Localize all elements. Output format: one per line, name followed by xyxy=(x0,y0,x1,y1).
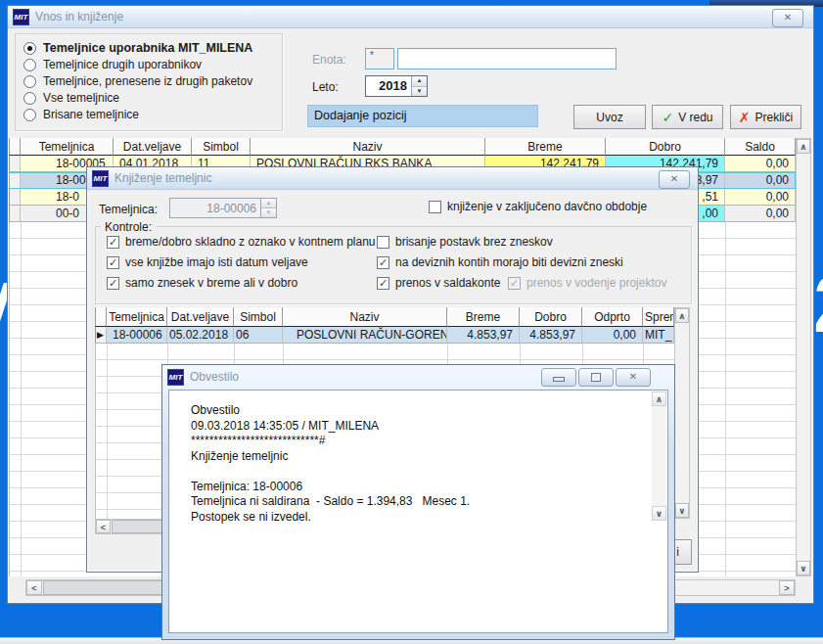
radio-vse[interactable]: Vse temeljnice xyxy=(23,91,119,105)
main-close-button[interactable]: ✕ xyxy=(772,9,803,27)
header-selector xyxy=(95,307,107,327)
temeljnica-spinner[interactable]: 18-00006 ▲ ▼ xyxy=(169,198,277,218)
checkbox-prenos-saldakonte[interactable]: ✓ prenos v saldakonte xyxy=(377,277,500,290)
scroll-down-icon[interactable]: ∨ xyxy=(675,503,689,518)
header-dat-veljave[interactable]: Dat.veljave xyxy=(167,307,234,327)
scroll-down-icon[interactable]: ∨ xyxy=(652,506,666,521)
mit-logo-icon: MIT xyxy=(92,170,109,187)
cell-simbol: 06 xyxy=(234,327,283,344)
mit-logo-icon: MIT xyxy=(167,369,184,386)
radio-icon xyxy=(23,59,36,71)
radio-brisane[interactable]: Brisane temeljnice xyxy=(23,108,139,121)
header-dobro[interactable]: Dobro xyxy=(606,138,725,156)
radio-label: Temeljnice uporabnika MIT_MILENA xyxy=(43,41,252,55)
check-icon: ✓ xyxy=(662,110,673,125)
header-temeljnica[interactable]: Temeljnica xyxy=(107,307,167,327)
header-odprto[interactable]: Odprto xyxy=(582,307,643,327)
temeljnica-label: Temeljnica: xyxy=(99,203,158,216)
checkbox-zakljuceno-obdobje[interactable]: knjiženje v zaključeno davčno obdobje xyxy=(429,201,647,213)
cell-dobro: 4.853,97 xyxy=(520,327,582,344)
scroll-up-icon[interactable]: ∧ xyxy=(652,391,666,406)
minimize-icon xyxy=(553,377,565,382)
mit-logo-icon: MIT xyxy=(13,9,29,25)
radio-icon xyxy=(23,92,36,105)
radio-icon xyxy=(23,109,36,121)
row-selector xyxy=(9,172,21,189)
enota-input[interactable] xyxy=(397,48,617,69)
leto-spin-buttons[interactable]: ▲ ▼ xyxy=(411,76,427,96)
checkbox-label: na deviznih kontih morajo biti devizni z… xyxy=(395,256,623,269)
scroll-down-icon[interactable]: ∨ xyxy=(797,561,810,575)
cell-sprem: MIT_ xyxy=(643,327,674,344)
header-dat-veljave[interactable]: Dat.veljave xyxy=(114,138,192,156)
kontrole-legend: Kontrole: xyxy=(101,220,156,234)
header-simbol[interactable]: Simbol xyxy=(234,307,283,327)
header-sprem[interactable]: Sprem xyxy=(643,307,674,327)
leto-spinner[interactable]: 2018 ▲ ▼ xyxy=(365,75,428,97)
cell-saldo: 0,00 xyxy=(725,172,796,189)
temeljnica-spin-buttons: ▲ ▼ xyxy=(260,199,276,217)
checkbox-breme-dobro[interactable]: ✓ breme/dobro skladno z oznako v kontnem… xyxy=(107,236,376,249)
obvestilo-title: Obvestilo xyxy=(190,370,239,384)
preklici-label: Prekliči xyxy=(755,111,794,124)
checkbox-label: samo znesek v breme ali v dobro xyxy=(125,277,297,290)
dialog-titlebar[interactable]: MIT Knjiženje temeljnic xyxy=(87,167,698,190)
cancel-icon: ✗ xyxy=(739,110,751,125)
scroll-up-icon[interactable]: ∧ xyxy=(675,308,689,323)
grid-line xyxy=(21,222,22,576)
radio-icon xyxy=(23,75,36,88)
checkbox-checked-icon: ✓ xyxy=(508,277,521,290)
spinner-down-icon: ▼ xyxy=(261,208,276,217)
checkbox-checked-icon: ✓ xyxy=(377,277,389,290)
dialog-table-row-selected[interactable]: ▶ 18-00006 05.02.2018 06 POSLOVNI RAČUN-… xyxy=(95,327,674,344)
main-grid-vscrollbar[interactable]: ∧ ∨ xyxy=(796,138,811,576)
temeljnice-filter-group: Temeljnice uporabnika MIT_MILENA Temeljn… xyxy=(15,33,283,131)
checkbox-brisanje-postavk[interactable]: brisanje postavk brez zneskov xyxy=(377,236,553,249)
minimize-button[interactable] xyxy=(541,368,576,387)
checkbox-checked-icon: ✓ xyxy=(107,277,119,290)
header-temeljnica[interactable]: Temeljnica xyxy=(21,138,114,156)
cell-saldo: 0,00 xyxy=(725,189,796,206)
preklici-button[interactable]: ✗ Prekliči xyxy=(730,105,801,129)
scroll-up-icon[interactable]: ∧ xyxy=(797,139,810,154)
checkbox-devizni-zneski[interactable]: ✓ na deviznih kontih morajo biti devizni… xyxy=(377,256,623,269)
v-redu-button[interactable]: ✓ V redu xyxy=(652,105,723,129)
scroll-left-icon[interactable]: < xyxy=(96,520,111,533)
enota-prefix-field[interactable]: * xyxy=(365,48,394,69)
main-titlebar[interactable]: MIT Vnos in knjiženje xyxy=(8,6,813,28)
maximize-button[interactable] xyxy=(578,368,614,387)
row-selector xyxy=(9,206,21,222)
checkbox-datum-veljave[interactable]: ✓ vse knjižbe imajo isti datum veljave xyxy=(107,256,308,269)
spinner-up-icon: ▲ xyxy=(261,199,276,208)
cell-temeljnica: 18-00006 xyxy=(107,327,167,344)
grid-line xyxy=(107,344,108,519)
header-naziv[interactable]: Naziv xyxy=(283,307,447,327)
dialog-title: Knjiženje temeljnic xyxy=(114,171,211,185)
header-selector xyxy=(9,138,21,156)
spinner-up-icon[interactable]: ▲ xyxy=(412,76,427,87)
obvestilo-vscrollbar[interactable]: ∧ ∨ xyxy=(652,391,666,521)
scroll-left-icon[interactable]: < xyxy=(26,580,42,595)
checkbox-samo-znesek[interactable]: ✓ samo znesek v breme ali v dobro xyxy=(107,277,297,290)
dialog-close-button[interactable]: ✕ xyxy=(659,170,690,189)
spinner-down-icon[interactable]: ▼ xyxy=(412,87,427,97)
header-simbol[interactable]: Simbol xyxy=(192,138,251,156)
radio-prenesene[interactable]: Temeljnice, prenesene iz drugih paketov xyxy=(23,74,252,88)
cell-dat: 05.02.2018 xyxy=(167,327,234,344)
header-dobro[interactable]: Dobro xyxy=(520,307,582,327)
checkbox-icon xyxy=(429,201,441,213)
checkbox-label: breme/dobro skladno z oznako v kontnem p… xyxy=(125,236,376,249)
cell-saldo: 0,00 xyxy=(725,156,796,172)
uvoz-button[interactable]: Uvoz xyxy=(573,105,646,129)
header-breme[interactable]: Breme xyxy=(447,307,520,327)
header-saldo[interactable]: Saldo xyxy=(725,138,796,156)
obvestilo-close-button[interactable]: ✕ xyxy=(616,368,651,387)
radio-uporabnika[interactable]: Temeljnice uporabnika MIT_MILENA xyxy=(23,41,252,55)
row-selector xyxy=(9,156,21,172)
radio-drugih-uporabnikov[interactable]: Temeljnice drugih uporabnikov xyxy=(23,58,202,71)
dialog-grid-vscrollbar[interactable]: ∧ ∨ xyxy=(674,307,690,519)
scroll-right-icon[interactable]: > xyxy=(779,580,795,595)
close-icon: ✕ xyxy=(670,173,678,184)
header-breme[interactable]: Breme xyxy=(485,138,606,156)
header-naziv[interactable]: Naziv xyxy=(251,138,485,156)
